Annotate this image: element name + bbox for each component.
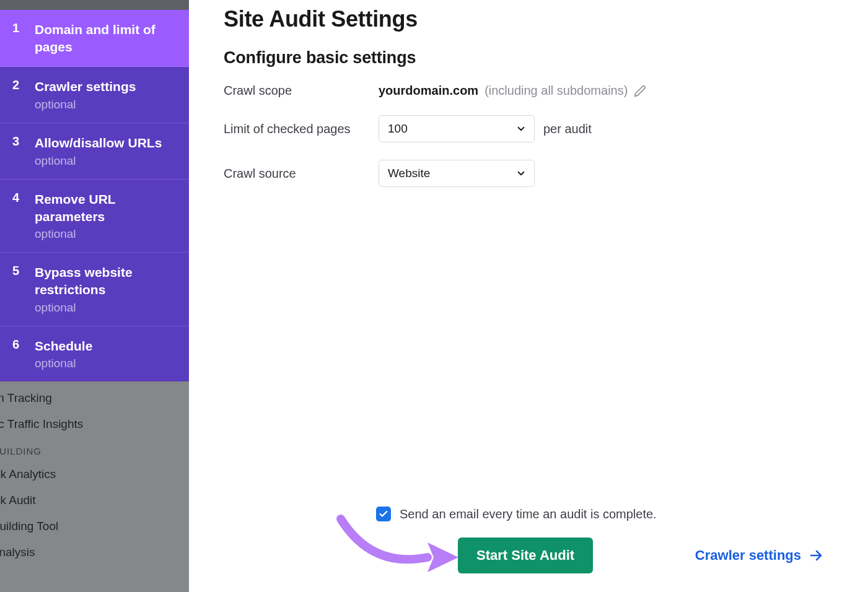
step-title: Allow/disallow URLs — [35, 134, 173, 152]
wizard-step-domain-limit[interactable]: 1 Domain and limit of pages — [0, 10, 189, 67]
step-title: Crawler settings — [35, 78, 173, 95]
wizard-step-allow-disallow-urls[interactable]: 3 Allow/disallow URLs optional — [0, 123, 189, 180]
step-title: Bypass website restrictions — [35, 264, 173, 298]
start-site-audit-button[interactable]: Start Site Audit — [458, 538, 593, 573]
row-crawl-source: Crawl source Website — [224, 160, 833, 187]
pencil-edit-icon[interactable] — [634, 85, 646, 97]
chevron-down-icon — [515, 123, 527, 134]
step-number: 6 — [12, 337, 21, 352]
chevron-down-icon — [515, 168, 527, 179]
step-subtitle: optional — [35, 154, 173, 168]
wizard-step-crawler-settings[interactable]: 2 Crawler settings optional — [0, 67, 189, 123]
page-title: Site Audit Settings — [224, 6, 833, 32]
step-number: 2 — [12, 78, 21, 92]
step-number: 4 — [12, 191, 21, 205]
footer: Send an email every time an audit is com… — [189, 507, 858, 573]
step-subtitle: optional — [35, 357, 173, 370]
crawl-scope-note: (including all subdomains) — [484, 84, 628, 98]
wizard-step-schedule[interactable]: 6 Schedule optional — [0, 326, 189, 382]
section-heading: Configure basic settings — [224, 48, 833, 67]
crawl-scope-domain: yourdomain.com — [379, 84, 478, 98]
step-number: 3 — [12, 134, 21, 149]
step-title: Domain and limit of pages — [35, 21, 173, 55]
crawl-source-value: Website — [388, 167, 430, 180]
step-number: 1 — [12, 21, 21, 35]
wizard-step-bypass-restrictions[interactable]: 5 Bypass website restrictions optional — [0, 253, 189, 326]
row-crawl-scope: Crawl scope yourdomain.com (including al… — [224, 84, 833, 98]
step-number: 5 — [12, 264, 21, 278]
wizard-sidebar: 1 Domain and limit of pages 2 Crawler se… — [0, 10, 189, 381]
crawl-scope-label: Crawl scope — [224, 84, 379, 98]
limit-pages-label: Limit of checked pages — [224, 122, 379, 136]
footer-actions: Start Site Audit Crawler settings — [224, 538, 823, 573]
crawl-scope-value: yourdomain.com (including all subdomains… — [379, 84, 646, 98]
email-notify-checkbox[interactable] — [376, 507, 391, 521]
email-notify-label: Send an email every time an audit is com… — [400, 507, 657, 521]
crawl-source-select[interactable]: Website — [379, 160, 535, 187]
step-subtitle: optional — [35, 227, 173, 241]
next-step-label: Crawler settings — [695, 547, 801, 564]
step-subtitle: optional — [35, 98, 173, 111]
next-step-link[interactable]: Crawler settings — [695, 547, 823, 564]
modal-overlay-top-strip — [0, 0, 189, 10]
email-notify-row: Send an email every time an audit is com… — [376, 507, 823, 521]
step-title: Remove URL parameters — [35, 191, 173, 225]
limit-pages-select[interactable]: 100 — [379, 115, 535, 142]
row-limit-pages: Limit of checked pages 100 per audit — [224, 115, 833, 142]
limit-pages-value: 100 — [388, 122, 408, 136]
arrow-right-icon — [809, 548, 823, 563]
step-subtitle: optional — [35, 301, 173, 315]
main-panel: Site Audit Settings Configure basic sett… — [189, 0, 868, 592]
limit-pages-suffix: per audit — [543, 122, 592, 136]
crawl-source-label: Crawl source — [224, 167, 379, 181]
wizard-step-remove-url-parameters[interactable]: 4 Remove URL parameters optional — [0, 180, 189, 253]
step-title: Schedule — [35, 337, 173, 355]
